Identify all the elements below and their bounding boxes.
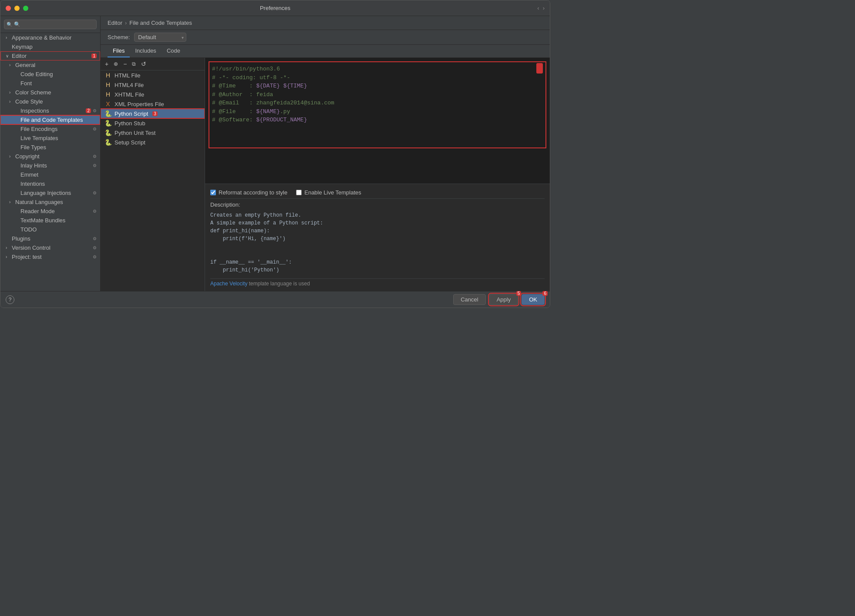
main-split: + ⊕ − ⧉ ↺ H HTML File xyxy=(101,58,550,291)
sidebar-item-textmate-bundles[interactable]: TextMate Bundles xyxy=(0,216,100,225)
close-button[interactable] xyxy=(6,6,11,11)
file-item-label: XML Properties File xyxy=(114,101,164,107)
file-item-label: Python Stub xyxy=(114,120,145,127)
remove-template-button[interactable]: − xyxy=(121,60,128,68)
forward-arrow-icon[interactable]: › xyxy=(543,5,545,11)
description-title: Description: xyxy=(210,201,545,208)
sidebar-item-todo[interactable]: TODO xyxy=(0,225,100,234)
sidebar-item-live-templates[interactable]: Live Templates xyxy=(0,134,100,143)
sidebar-item-inlay-hints[interactable]: Inlay Hints ⚙ xyxy=(0,161,100,170)
sidebar-item-label: Code Editing xyxy=(20,71,97,77)
sidebar-item-reader-mode[interactable]: Reader Mode ⚙ xyxy=(0,207,100,216)
sidebar-item-copyright[interactable]: › Copyright ⚙ xyxy=(0,152,100,161)
preferences-window: Preferences ‹ › 🔍 › Appearance & Behavio… xyxy=(0,0,550,308)
sidebar-item-general[interactable]: › General xyxy=(0,60,100,70)
file-item-setup-script[interactable]: 🐍 Setup Script xyxy=(101,137,205,147)
expand-arrow-icon: › xyxy=(9,63,13,67)
sidebar-item-file-code-templates[interactable]: File and Code Templates xyxy=(0,115,100,124)
reformat-checkbox[interactable] xyxy=(210,190,216,195)
duplicate-template-button[interactable]: ⧉ xyxy=(130,60,138,68)
ok-button[interactable]: OK 6 xyxy=(522,294,545,305)
live-templates-checkbox[interactable] xyxy=(296,190,302,195)
help-button[interactable]: ? xyxy=(6,295,14,304)
minimize-button[interactable] xyxy=(14,6,20,11)
back-arrow-icon[interactable]: ‹ xyxy=(537,5,539,11)
sidebar-item-project-test[interactable]: › Project: test ⚙ xyxy=(0,252,100,261)
ok-label: OK xyxy=(529,296,537,303)
sidebar-item-natural-languages[interactable]: › Natural Languages xyxy=(0,198,100,207)
tab-code[interactable]: Code xyxy=(162,45,185,57)
sidebar-item-intentions[interactable]: Intentions xyxy=(0,179,100,188)
annotation-badge-5: 5 xyxy=(516,291,522,296)
code-line-1: #!/usr/bin/python3.6 xyxy=(212,65,543,74)
code-line-5: # @Email : zhangfeida2014@sina.com xyxy=(212,99,543,107)
code-editor[interactable]: 4 #!/usr/bin/python3.6 # -*- coding: utf… xyxy=(205,58,550,184)
sidebar-item-label: Copyright xyxy=(15,153,91,160)
apache-velocity-link[interactable]: Apache Velocity xyxy=(210,281,247,287)
annotation-badge-4: 4 xyxy=(536,63,543,74)
file-item-python-unit-test[interactable]: 🐍 Python Unit Test xyxy=(101,128,205,137)
sidebar-item-label: Inlay Hints xyxy=(20,162,91,169)
sidebar-item-language-injections[interactable]: Language Injections ⚙ xyxy=(0,188,100,198)
live-templates-checkbox-label[interactable]: Enable Live Templates xyxy=(296,189,361,196)
annotation-badge-2: 2 xyxy=(86,108,91,113)
tab-includes[interactable]: Includes xyxy=(130,45,161,57)
file-item-label: Python Script xyxy=(114,110,148,117)
file-item-html4[interactable]: H HTML4 File xyxy=(101,80,205,90)
file-item-python-script[interactable]: 🐍 Python Script 3 xyxy=(101,109,205,118)
copy-from-button[interactable]: ⊕ xyxy=(112,60,120,68)
add-template-button[interactable]: + xyxy=(103,60,110,68)
reformat-checkbox-label[interactable]: Reformat according to style xyxy=(210,189,287,196)
sidebar-item-code-editing[interactable]: Code Editing xyxy=(0,70,100,79)
sidebar-item-plugins[interactable]: Plugins ⚙ xyxy=(0,234,100,243)
file-item-label: HTML4 File xyxy=(114,82,144,88)
maximize-button[interactable] xyxy=(23,6,28,11)
sidebar-item-editor[interactable]: ∨ Editor 1 xyxy=(0,51,100,60)
gear-icon: ⚙ xyxy=(93,236,97,241)
cancel-button[interactable]: Cancel xyxy=(453,294,485,305)
sidebar-item-version-control[interactable]: › Version Control ⚙ xyxy=(0,243,100,252)
tab-files[interactable]: Files xyxy=(108,45,130,57)
sidebar-item-label: Live Templates xyxy=(20,135,97,141)
checkboxes-row: Reformat according to style Enable Live … xyxy=(210,187,545,199)
reset-template-button[interactable]: ↺ xyxy=(139,60,148,68)
file-item-html[interactable]: H HTML File xyxy=(101,70,205,80)
code-line-4: # @Author : feida xyxy=(212,90,543,99)
sidebar-item-label: File and Code Templates xyxy=(20,117,97,123)
code-line-3: # @Time : ${DATE} ${TIME} xyxy=(212,82,543,90)
file-items: H HTML File H HTML4 File H XHTML File xyxy=(101,70,205,291)
search-input[interactable] xyxy=(4,20,97,29)
file-item-xml-properties[interactable]: X XML Properties File xyxy=(101,99,205,109)
xhtml-file-icon: H xyxy=(104,91,112,98)
file-item-label: HTML File xyxy=(114,72,140,79)
sidebar-item-file-types[interactable]: File Types xyxy=(0,143,100,152)
sidebar-item-appearance[interactable]: › Appearance & Behavior xyxy=(0,33,100,42)
sidebar-item-label: Inspections xyxy=(20,107,82,114)
expand-arrow-icon: › xyxy=(6,245,10,250)
expand-arrow-icon: › xyxy=(9,200,13,204)
file-item-label: XHTML File xyxy=(114,91,144,98)
file-item-python-stub[interactable]: 🐍 Python Stub xyxy=(101,118,205,128)
breadcrumb-separator: › xyxy=(125,20,127,26)
sidebar-item-font[interactable]: Font xyxy=(0,79,100,88)
apply-label: Apply xyxy=(497,296,511,303)
sidebar-item-emmet[interactable]: Emmet xyxy=(0,170,100,179)
file-item-xhtml[interactable]: H XHTML File xyxy=(101,90,205,99)
file-toolbar: + ⊕ − ⧉ ↺ xyxy=(101,58,205,70)
sidebar-item-label: Plugins xyxy=(12,235,91,242)
footer-left: ? xyxy=(6,295,14,304)
sidebar-item-keymap[interactable]: Keymap xyxy=(0,42,100,51)
sidebar-item-code-style[interactable]: › Code Style xyxy=(0,97,100,106)
apply-button[interactable]: Apply 5 xyxy=(489,294,518,305)
title-bar: Preferences ‹ › xyxy=(0,0,550,16)
sidebar-item-inspections[interactable]: Inspections 2 ⚙ xyxy=(0,106,100,115)
gear-icon: ⚙ xyxy=(93,127,97,131)
annotation-badge-1: 1 xyxy=(91,54,97,58)
reformat-label: Reformat according to style xyxy=(219,189,287,196)
sidebar-item-file-encodings[interactable]: File Encodings ⚙ xyxy=(0,124,100,134)
scheme-select[interactable]: Default xyxy=(134,33,186,42)
gear-icon: ⚙ xyxy=(93,108,97,113)
code-line-7: # @Software: ${PRODUCT_NAME} xyxy=(212,116,543,124)
sidebar-item-color-scheme[interactable]: › Color Scheme xyxy=(0,88,100,97)
sidebar-item-label: Keymap xyxy=(12,44,97,50)
